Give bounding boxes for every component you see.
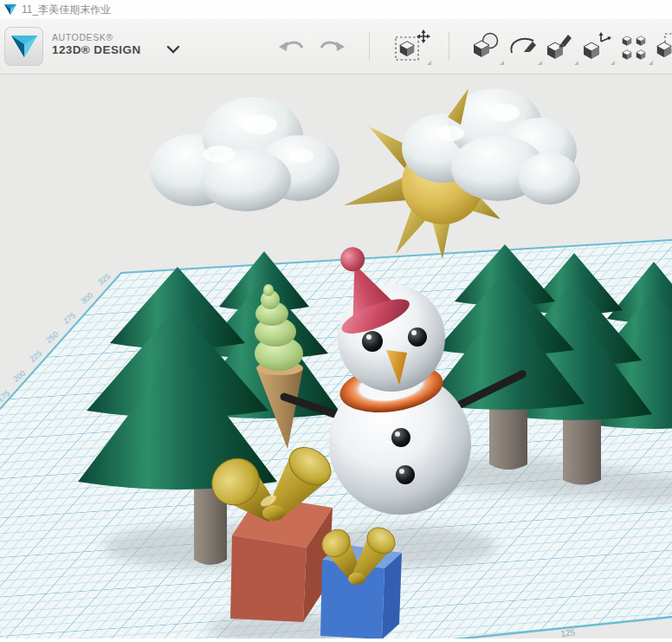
sketch-icon (506, 29, 540, 64)
window-bottom-edge (0, 639, 672, 642)
title-bar: 11_李美佳期末作业 (0, 0, 672, 19)
window-title: 11_李美佳期末作业 (22, 3, 111, 17)
combine-button[interactable] (653, 29, 672, 65)
redo-button[interactable] (313, 29, 350, 65)
grid-axis-label-bottom: 125 (560, 627, 576, 639)
primitives-button[interactable] (468, 29, 504, 65)
app-menu-button[interactable] (4, 27, 43, 66)
grid-axis-label: 300 (79, 291, 94, 306)
transform-move-icon (391, 29, 431, 64)
pull-button[interactable] (578, 29, 615, 65)
main-menu-dropdown[interactable] (166, 42, 180, 57)
app-window: 11_李美佳期末作业 AUTODESK® 123D® DESIGN (0, 0, 672, 642)
snowman-eye (362, 331, 383, 352)
redo-icon (313, 29, 348, 64)
transform-move-button[interactable] (391, 29, 431, 65)
sketch-button[interactable] (506, 29, 542, 65)
toolbar-separator (369, 32, 370, 61)
grid-axis-label: 275 (61, 311, 77, 326)
app-triangle-icon (4, 4, 16, 16)
dropdown-corner (500, 61, 504, 65)
chevron-down-icon (166, 45, 180, 54)
viewport-canvas[interactable]: 325 300 275 250 225 200 175 125 (0, 75, 672, 639)
toolbar-separator (449, 32, 449, 61)
dropdown-corner (427, 61, 431, 65)
modify-icon (542, 29, 577, 64)
cloud-left[interactable] (150, 97, 339, 211)
snowman-button (396, 465, 415, 484)
brand-autodesk: AUTODESK® (52, 32, 141, 43)
dropdown-corner (611, 61, 615, 65)
brand-text: AUTODESK® 123D® DESIGN (52, 32, 141, 57)
pattern-button[interactable] (617, 29, 653, 65)
grid-axis-label: 325 (96, 272, 112, 287)
undo-button[interactable] (275, 29, 312, 65)
grid-axis-label: 250 (44, 330, 60, 345)
brand-123d-design: 123D® DESIGN (52, 43, 141, 57)
modify-button[interactable] (542, 29, 578, 65)
app-logo-icon (10, 35, 38, 59)
combine-icon (653, 29, 672, 64)
undo-icon (275, 29, 310, 64)
pull-icon (578, 29, 613, 64)
snowman-button (391, 428, 410, 447)
primitives-icon (468, 29, 502, 64)
snowman-eye (408, 327, 427, 347)
pattern-icon (617, 29, 651, 64)
main-toolbar: AUTODESK® 123D® DESIGN (0, 19, 672, 75)
